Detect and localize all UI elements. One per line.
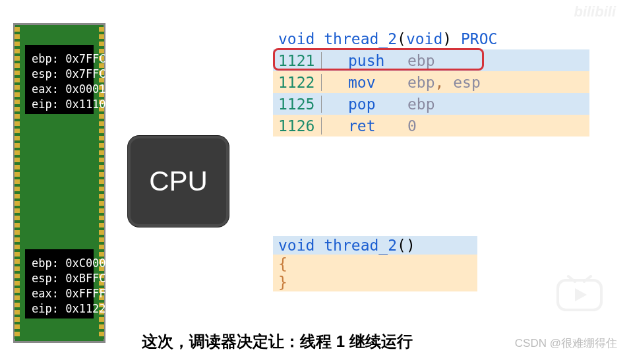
kw-proc: PROC	[461, 30, 497, 47]
play-icon	[556, 275, 603, 311]
operands: 0	[407, 117, 417, 135]
operands: ebp	[407, 52, 435, 69]
line-no: 1122	[277, 74, 322, 91]
fn-name: thread_2	[324, 30, 397, 47]
rparen: )	[442, 30, 452, 47]
mnemonic: mov	[322, 74, 407, 91]
cpu-chip: CPU	[127, 135, 229, 228]
reg-ebp-1: ebp: 0x7FFC	[32, 51, 87, 67]
reg-eax-2: eax: 0xFFFF	[32, 286, 87, 301]
asm-row: 1121pushebp	[273, 49, 589, 71]
asm-signature: void thread_2(void) PROC	[273, 28, 589, 49]
mnemonic: pop	[322, 96, 407, 113]
svg-marker-3	[575, 288, 587, 301]
rbrace: }	[278, 274, 287, 291]
asm-row: 1126ret0	[273, 115, 589, 136]
c-kw-void: void	[278, 237, 314, 254]
ram-stick: ebp: 0x7FFC esp: 0x7FFC eax: 0x0001 eip:…	[13, 23, 105, 343]
reg-eax-1: eax: 0x0001	[32, 82, 87, 97]
c-signature: void thread_2()	[273, 236, 477, 255]
lparen: (	[397, 30, 406, 47]
line-no: 1125	[277, 96, 322, 113]
reg-esp-2: esp: 0xBFFC	[32, 271, 87, 286]
reg-eip-1: eip: 0x1110	[32, 97, 87, 112]
kw-void-param: void	[406, 30, 442, 47]
asm-row: 1125popebp	[273, 93, 589, 115]
kw-void: void	[278, 30, 314, 47]
credit-text: CSDN @很难绷得住	[515, 336, 617, 351]
ram-chip-2: ebp: 0xC000 esp: 0xBFFC eax: 0xFFFF eip:…	[25, 249, 94, 318]
asm-block: void thread_2(void) PROC 1121pushebp1122…	[273, 28, 589, 136]
mnemonic: ret	[322, 117, 407, 135]
reg-esp-1: esp: 0x7FFC	[32, 67, 87, 82]
cpu-label: CPU	[149, 166, 208, 197]
reg-eip-2: eip: 0x1122	[32, 301, 87, 317]
bilibili-watermark: bilibili	[574, 3, 616, 20]
c-parens: ()	[397, 237, 415, 254]
operands: ebp	[407, 96, 435, 113]
reg-ebp-2: ebp: 0xC000	[32, 256, 87, 271]
ram-pins-left	[15, 27, 20, 339]
c-rbrace-row: }	[273, 273, 477, 291]
line-no: 1126	[277, 117, 322, 135]
asm-rows: 1121pushebp1122movebp, esp1125popebp1126…	[273, 49, 589, 136]
c-source-block: void thread_2() { }	[273, 236, 477, 291]
c-lbrace-row: {	[273, 255, 477, 273]
operands: ebp, esp	[407, 74, 481, 91]
line-no: 1121	[277, 52, 322, 69]
asm-row: 1122movebp, esp	[273, 71, 589, 93]
caption-text: 这次，调读器决定让：线程 1 继续运行	[142, 331, 413, 352]
ram-chip-1: ebp: 0x7FFC esp: 0x7FFC eax: 0x0001 eip:…	[25, 45, 94, 114]
lbrace: {	[278, 255, 287, 272]
mnemonic: push	[322, 52, 407, 69]
c-fn-name: thread_2	[324, 237, 397, 254]
